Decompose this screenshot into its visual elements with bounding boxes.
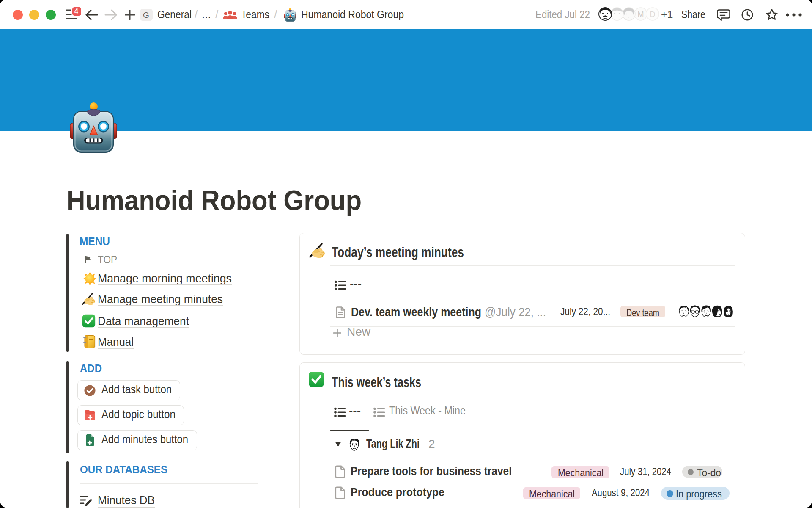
svg-text:M: M <box>638 10 644 19</box>
svg-text:D: D <box>650 10 656 19</box>
